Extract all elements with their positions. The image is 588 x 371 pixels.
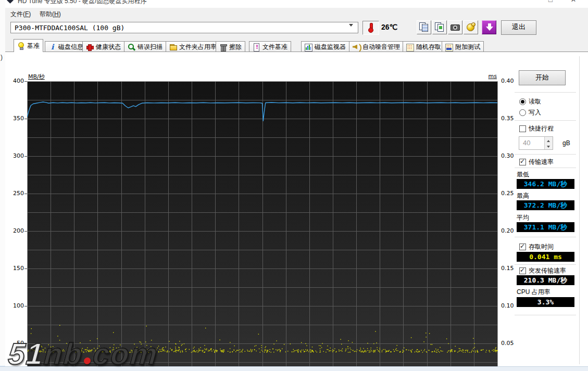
tab-random-access[interactable]: 随机存取 xyxy=(403,41,445,52)
app-icon xyxy=(7,0,14,4)
panel-divider xyxy=(579,56,580,364)
y-left-tick-label: 200 xyxy=(6,227,24,234)
access-time-display: 0.041 ms xyxy=(517,252,574,262)
max-value-display: 372.2 MB/秒 xyxy=(517,200,574,210)
background-window-fragment: ) xyxy=(1,54,3,61)
y-left-tick-label: 300 xyxy=(6,152,24,159)
tab-erase[interactable]: 擦除 xyxy=(216,41,245,52)
bar-chart-icon xyxy=(305,43,312,51)
y-right-tick-label: 0.05 xyxy=(501,340,514,347)
checkbox-icon xyxy=(519,244,526,250)
watermark: 51nbcom xyxy=(7,336,159,371)
trash-icon xyxy=(219,43,227,51)
y-left-tick-label: 150 xyxy=(6,265,24,272)
right-axis-title: ms xyxy=(486,73,497,80)
copy-text-button[interactable] xyxy=(417,20,431,34)
watermark-dot xyxy=(84,357,91,364)
avg-value-display: 371.1 MB/秒 xyxy=(517,222,574,232)
temperature-value: 26℃ xyxy=(381,23,397,31)
menu-item-file[interactable]: 文件(F) xyxy=(8,9,33,19)
tab-file-benchmark[interactable]: 文件基准 xyxy=(249,41,291,52)
checkbox-icon xyxy=(519,125,526,132)
separator xyxy=(515,154,576,155)
radio-icon xyxy=(519,109,526,116)
download-button[interactable] xyxy=(482,20,496,34)
y-left-tick-label: 100 xyxy=(6,302,24,309)
capacity-unit-label: gB xyxy=(562,139,570,147)
access-time-checkbox[interactable]: 存取时间 xyxy=(519,242,554,251)
tab-disk-info[interactable]: 磁盘信息 xyxy=(45,41,87,52)
copy-text-icon xyxy=(419,22,429,32)
menu-bar: 文件(F) 帮助(H) xyxy=(5,8,588,19)
min-value-display: 346.2 MB/秒 xyxy=(517,179,574,189)
radio-icon xyxy=(519,98,526,105)
separator xyxy=(515,315,576,315)
window-title: HD Tune 专业版 5.50 - 硬盘/固态硬盘实用程序 xyxy=(18,0,146,6)
exit-button[interactable]: 退出 xyxy=(501,20,536,35)
tab-error-scan[interactable]: 错误扫描 xyxy=(124,41,166,52)
chevron-down-icon xyxy=(349,24,353,29)
capacity-spinner[interactable]: 40 xyxy=(519,136,553,150)
y-left-tick-label: 350 xyxy=(6,115,24,122)
copy-image-button[interactable] xyxy=(432,20,447,34)
screenshot-button[interactable] xyxy=(448,20,462,34)
copy-image-icon xyxy=(434,22,445,32)
burst-rate-checkbox[interactable]: 突发传输速率 xyxy=(519,266,566,275)
menu-item-help[interactable]: 帮助(H) xyxy=(37,9,63,19)
y-right-tick-label: 0.40 xyxy=(501,78,514,84)
y-right-tick-label: 0.10 xyxy=(501,302,514,309)
y-left-tick-label: 400 xyxy=(6,78,24,84)
avg-label: 平均 xyxy=(517,213,529,222)
speaker-icon xyxy=(353,43,360,51)
toolbar: P300-MTFDDAC100SAL (100 gB) 26℃ 退出 xyxy=(5,19,588,37)
tab-extra-tests[interactable]: 附加测试 xyxy=(442,41,484,52)
spinner-down-button[interactable] xyxy=(544,143,553,149)
y-right-tick-label: 0.35 xyxy=(501,115,514,122)
tab-benchmark[interactable]: 基准 xyxy=(14,39,43,52)
drive-select-dropdown[interactable]: P300-MTFDDAC100SAL (100 gB) xyxy=(10,22,358,33)
y-right-tick-label: 0.15 xyxy=(501,265,514,272)
page-exclaim-icon xyxy=(253,43,260,51)
cpu-usage-display: 3.3% xyxy=(517,297,574,307)
max-label: 最高 xyxy=(517,191,529,200)
title-bar: HD Tune 专业版 5.50 - 硬盘/固态硬盘实用程序 □ ✕ xyxy=(5,0,588,8)
start-button[interactable]: 开始 xyxy=(519,70,566,85)
tab-health[interactable]: 健康状态 xyxy=(82,41,124,52)
benchmark-chart xyxy=(27,81,498,366)
tab-folder-usage[interactable]: 文件夹占用率 xyxy=(166,41,220,52)
folder-icon xyxy=(169,43,177,51)
burst-rate-display: 210.3 MB/秒 xyxy=(517,275,574,285)
bulb-icon xyxy=(17,42,25,50)
grid-chart-icon xyxy=(445,43,453,51)
read-radio[interactable]: 读取 xyxy=(519,97,541,106)
tab-disk-monitor[interactable]: 磁盘监视器 xyxy=(301,41,349,52)
maximize-button[interactable]: □ xyxy=(543,0,558,7)
cpu-usage-label: CPU 占用率 xyxy=(517,288,551,297)
gold-coins-icon xyxy=(466,22,476,32)
checkbox-icon xyxy=(519,159,526,165)
transfer-rate-checkbox[interactable]: 传输速率 xyxy=(519,158,554,167)
checkbox-icon xyxy=(519,267,526,274)
thermometer-icon xyxy=(368,22,374,33)
camera-icon xyxy=(450,22,460,32)
temperature-indicator xyxy=(362,21,379,35)
tab-aam[interactable]: 自动噪音管理 xyxy=(349,41,404,52)
close-button[interactable]: ✕ xyxy=(566,0,581,7)
tab-bar: 基准 磁盘信息 健康状态 错误扫描 文件夹占用率 擦除 文件基准 磁盘监视器 自… xyxy=(5,37,588,52)
y-right-tick-label: 0.25 xyxy=(501,190,514,197)
down-arrow-icon xyxy=(484,22,494,32)
hd-tune-app: { "window": { "title": "HD Tune 专业版 5.50… xyxy=(0,0,588,371)
magnifier-icon xyxy=(128,43,135,51)
capacity-value: 40 xyxy=(523,139,530,147)
left-axis-title: MB/秒 xyxy=(28,73,45,81)
separator xyxy=(515,264,576,265)
red-cross-icon xyxy=(86,43,94,51)
y-left-tick-label: 250 xyxy=(6,190,24,197)
separator xyxy=(515,92,576,93)
min-label: 最低 xyxy=(517,170,529,179)
write-radio[interactable]: 写入 xyxy=(519,108,541,117)
gold-button[interactable] xyxy=(464,20,478,34)
info-icon xyxy=(48,43,56,51)
y-right-tick-label: 0.30 xyxy=(501,152,514,159)
short-stroke-checkbox[interactable]: 快捷行程 xyxy=(519,124,554,133)
